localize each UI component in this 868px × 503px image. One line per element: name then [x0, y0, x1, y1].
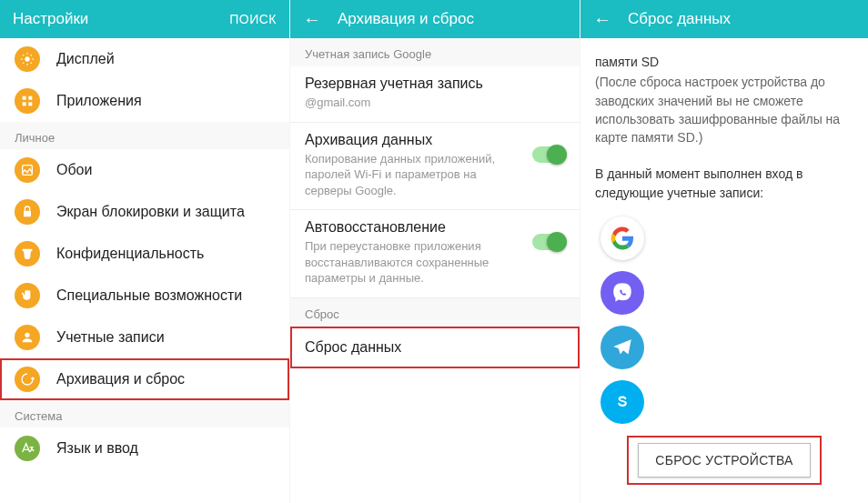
item-desc: @gmail.com — [305, 95, 558, 111]
signed-in-accounts — [595, 216, 853, 424]
item-title: Резервная учетная запись — [305, 75, 558, 92]
reset-button-area: СБРОС УСТРОЙСТВА — [580, 436, 868, 485]
svg-point-8 — [25, 333, 29, 337]
factory-reset-item[interactable]: Сброс данных — [290, 327, 580, 368]
section-header-system: Система — [0, 400, 289, 428]
settings-item-label: Приложения — [56, 93, 142, 109]
item-title: Архивация данных — [305, 132, 525, 148]
reset-button-highlight: СБРОС УСТРОЙСТВА — [627, 436, 822, 485]
settings-item-apps[interactable]: Приложения — [0, 80, 289, 122]
header-title: Сброс данных — [628, 10, 855, 28]
apps-icon — [15, 88, 40, 114]
svg-rect-1 — [23, 96, 26, 100]
telegram-account-icon — [601, 326, 644, 369]
backup-data-item[interactable]: Архивация данных Копирование данных прил… — [290, 123, 580, 211]
svg-rect-3 — [23, 102, 26, 106]
skype-account-icon — [601, 380, 644, 424]
hand-icon — [15, 283, 40, 308]
settings-item-backup-reset[interactable]: Архивация и сброс — [0, 358, 289, 400]
section-header-personal: Личное — [0, 122, 289, 149]
svg-rect-7 — [23, 249, 33, 252]
settings-item-wallpaper[interactable]: Обои — [0, 149, 289, 191]
settings-item-accessibility[interactable]: Специальные возможности — [0, 275, 289, 317]
reset-info-body: памяти SD (После сброса настроек устройс… — [580, 38, 868, 438]
language-icon — [15, 436, 40, 461]
reset-device-button[interactable]: СБРОС УСТРОЙСТВА — [638, 443, 811, 478]
settings-item-label: Экран блокировки и защита — [56, 204, 245, 220]
settings-item-display[interactable]: Дисплей — [0, 38, 289, 80]
svg-point-9 — [612, 392, 632, 412]
svg-rect-6 — [24, 211, 31, 217]
sd-memory-title: памяти SD — [595, 53, 853, 71]
header-factory-reset: ← Сброс данных — [580, 0, 868, 38]
section-google-account: Учетная запись Google — [290, 38, 580, 66]
settings-item-label: Язык и ввод — [56, 440, 138, 457]
header-title: Архивация и сброс — [338, 10, 567, 28]
backup-data-toggle[interactable] — [532, 146, 565, 163]
settings-item-label: Дисплей — [56, 51, 115, 67]
backup-reset-panel: ← Архивация и сброс Учетная запись Googl… — [290, 0, 580, 503]
backup-icon — [15, 367, 40, 392]
header-settings: Настройки ПОИСК — [0, 0, 289, 38]
accounts-signed-in-text: В данный момент выполнен вход в следующи… — [595, 165, 853, 202]
privacy-icon — [15, 241, 40, 267]
settings-item-privacy[interactable]: Конфиденциальность — [0, 233, 289, 275]
back-arrow-icon[interactable]: ← — [593, 10, 611, 28]
lock-icon — [15, 199, 40, 225]
settings-item-language[interactable]: Язык и ввод — [0, 428, 289, 469]
back-arrow-icon[interactable]: ← — [303, 10, 321, 28]
settings-item-label: Архивация и сброс — [56, 371, 185, 387]
google-account-icon — [601, 216, 644, 260]
header-title: Настройки — [13, 10, 229, 28]
svg-point-0 — [25, 56, 29, 61]
svg-rect-2 — [28, 96, 32, 100]
item-desc: При переустановке приложения восстанавли… — [305, 238, 525, 287]
section-reset: Сброс — [290, 298, 580, 327]
item-title: Сброс данных — [305, 339, 565, 356]
sd-memory-desc: (После сброса настроек устройства до зав… — [595, 73, 853, 146]
settings-panel: Настройки ПОИСК Дисплей Приложения Лично… — [0, 0, 289, 503]
auto-restore-item[interactable]: Автовосстановление При переустановке при… — [290, 210, 580, 298]
search-action[interactable]: ПОИСК — [229, 12, 277, 26]
auto-restore-toggle[interactable] — [532, 234, 565, 250]
viber-account-icon — [601, 271, 644, 315]
backup-account-item[interactable]: Резервная учетная запись @gmail.com — [290, 66, 580, 123]
settings-item-label: Конфиденциальность — [56, 246, 204, 262]
factory-reset-panel: ← Сброс данных памяти SD (После сброса н… — [580, 0, 868, 503]
accounts-icon — [15, 325, 40, 350]
settings-item-label: Специальные возможности — [56, 287, 242, 304]
settings-item-lockscreen[interactable]: Экран блокировки и защита — [0, 191, 289, 233]
settings-item-label: Учетные записи — [56, 329, 165, 346]
display-icon — [15, 46, 40, 72]
settings-item-accounts[interactable]: Учетные записи — [0, 317, 289, 358]
item-title: Автовосстановление — [305, 219, 525, 236]
settings-item-label: Обои — [56, 162, 92, 178]
header-backup-reset: ← Архивация и сброс — [290, 0, 580, 38]
item-desc: Копирование данных приложений, паролей W… — [305, 151, 525, 199]
svg-rect-4 — [28, 102, 32, 106]
wallpaper-icon — [15, 157, 40, 183]
